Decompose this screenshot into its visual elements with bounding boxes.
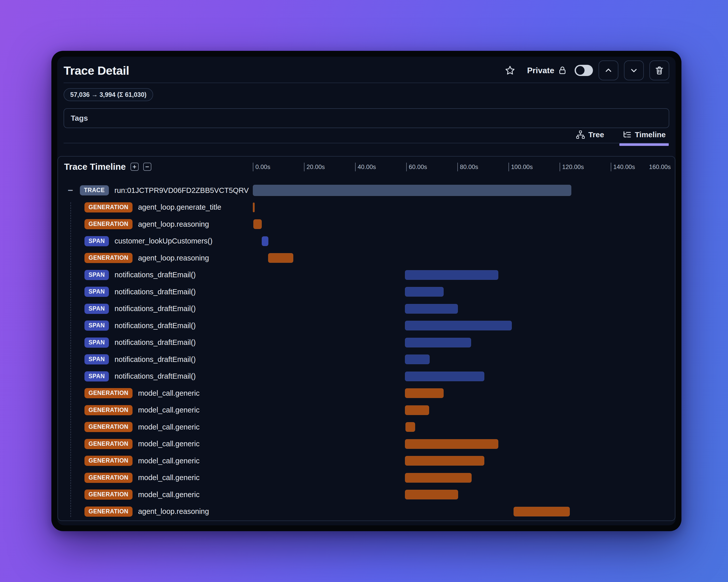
timeline-row[interactable]: SPANnotifications_draftEmail() <box>58 267 675 284</box>
privacy-toggle[interactable] <box>575 65 593 76</box>
row-name: notifications_draftEmail() <box>114 372 196 381</box>
row-name: notifications_draftEmail() <box>114 288 196 296</box>
duration-bar[interactable] <box>405 371 484 381</box>
duration-bar[interactable] <box>268 253 293 263</box>
timeline-row[interactable]: SPANnotifications_draftEmail() <box>58 300 675 317</box>
favorite-star-button[interactable] <box>505 65 515 76</box>
row-type-badge: GENERATION <box>84 202 132 213</box>
row-name: agent_loop.reasoning <box>138 507 209 516</box>
axis-tick <box>355 163 356 171</box>
axis-tick-label: 100.00s <box>511 163 532 170</box>
duration-bar[interactable] <box>405 338 471 348</box>
duration-bar[interactable] <box>405 456 484 466</box>
tree-icon <box>576 130 585 139</box>
timeline-row[interactable]: GENERATIONagent_loop.generate_title <box>58 199 675 216</box>
header-divider <box>63 83 669 83</box>
row-name: model_call.generic <box>138 389 200 397</box>
row-type-badge: GENERATION <box>84 422 132 432</box>
row-type-badge: GENERATION <box>84 439 132 449</box>
duration-bar[interactable] <box>253 185 571 196</box>
next-trace-button[interactable] <box>624 60 644 80</box>
axis-tick-label: 20.00s <box>307 163 325 170</box>
timeline-row[interactable]: GENERATIONmodel_call.generic <box>58 402 675 419</box>
tab-tree[interactable]: Tree <box>574 129 606 140</box>
axis-end-label: 160.00s <box>649 163 671 170</box>
row-type-badge: GENERATION <box>84 253 132 263</box>
tab-timeline-label: Timeline <box>635 130 666 139</box>
timeline-row[interactable]: GENERATIONmodel_call.generic <box>58 452 675 469</box>
timeline-row[interactable]: SPANcustomer_lookUpCustomers() <box>58 233 675 250</box>
row-type-badge: SPAN <box>84 354 109 364</box>
previous-trace-button[interactable] <box>599 60 618 80</box>
timeline-row[interactable]: GENERATIONmodel_call.generic <box>58 486 675 503</box>
timeline-row[interactable]: SPANnotifications_draftEmail() <box>58 351 675 368</box>
duration-bar[interactable] <box>405 270 498 280</box>
row-name: run:01JCTPR9VD06FD2ZBB5VCT5QRV <box>114 186 249 195</box>
privacy-control: Private <box>527 66 567 75</box>
duration-bar[interactable] <box>406 422 415 432</box>
row-type-badge: GENERATION <box>84 490 132 500</box>
header-controls: Private <box>505 60 669 80</box>
timeline-row[interactable]: GENERATIONmodel_call.generic <box>58 436 675 453</box>
row-name: notifications_draftEmail() <box>114 304 196 313</box>
duration-bar[interactable] <box>262 237 268 246</box>
timeline-rows: −TRACErun:01JCTPR9VD06FD2ZBB5VCT5QRVGENE… <box>58 182 675 520</box>
view-tabs: Tree Timeline <box>63 129 669 143</box>
row-name: notifications_draftEmail() <box>114 355 196 364</box>
duration-bar[interactable] <box>253 202 255 212</box>
axis-tick-label: 60.00s <box>409 163 427 170</box>
tab-timeline[interactable]: Timeline <box>620 129 668 140</box>
page-title: Trace Detail <box>63 63 129 78</box>
duration-bar[interactable] <box>405 321 512 330</box>
row-type-badge: SPAN <box>84 270 109 280</box>
tags-box[interactable]: Tags <box>63 108 669 128</box>
row-name: agent_loop.generate_title <box>138 203 221 212</box>
row-name: notifications_draftEmail() <box>114 271 196 279</box>
row-name: agent_loop.reasoning <box>138 254 209 262</box>
duration-bar[interactable] <box>405 388 444 398</box>
duration-bar[interactable] <box>405 473 472 482</box>
timeline-row[interactable]: SPANnotifications_draftEmail() <box>58 317 675 334</box>
duration-bar[interactable] <box>514 507 570 517</box>
timeline-row[interactable]: GENERATIONmodel_call.generic <box>58 385 675 402</box>
duration-bar[interactable] <box>405 490 458 499</box>
row-type-badge: GENERATION <box>84 506 132 517</box>
duration-bar[interactable] <box>405 287 444 297</box>
duration-bar[interactable] <box>405 304 458 314</box>
trace-detail-panel: Trace Detail Private <box>57 57 676 525</box>
collapse-trace-icon[interactable]: − <box>68 186 73 195</box>
axis-tick <box>253 163 253 171</box>
token-usage-row: 57,036 → 3,994 (Σ 61,030) <box>63 88 669 101</box>
duration-bar[interactable] <box>405 439 498 449</box>
timeline-row[interactable]: SPANnotifications_draftEmail() <box>58 368 675 385</box>
axis-tick <box>457 163 458 171</box>
row-type-badge: GENERATION <box>84 405 132 415</box>
timeline-row[interactable]: SPANnotifications_draftEmail() <box>58 334 675 351</box>
axis-tick <box>560 163 560 171</box>
axis-tick <box>611 163 611 171</box>
chevron-up-icon <box>604 66 613 75</box>
axis-tick-label: 120.00s <box>562 163 584 170</box>
chevron-down-icon <box>629 66 639 75</box>
timeline-row[interactable]: GENERATIONmodel_call.generic <box>58 469 675 487</box>
row-name: model_call.generic <box>138 491 200 499</box>
row-name: model_call.generic <box>138 457 200 465</box>
list-tree-icon <box>622 130 631 139</box>
star-icon <box>505 65 515 76</box>
duration-bar[interactable] <box>253 219 262 229</box>
row-type-badge: GENERATION <box>84 456 132 466</box>
timeline-row[interactable]: GENERATIONagent_loop.reasoning <box>58 250 675 267</box>
timeline-row[interactable]: GENERATIONmodel_call.generic <box>58 419 675 436</box>
delete-trace-button[interactable] <box>649 60 669 80</box>
timeline-row[interactable]: SPANnotifications_draftEmail() <box>58 283 675 300</box>
privacy-label: Private <box>527 66 554 75</box>
timeline-row[interactable]: −TRACErun:01JCTPR9VD06FD2ZBB5VCT5QRV <box>58 182 675 199</box>
trace-detail-window: Trace Detail Private <box>51 51 681 531</box>
axis-tick <box>509 163 509 171</box>
axis-tick-label: 140.00s <box>613 163 635 170</box>
duration-bar[interactable] <box>405 355 430 364</box>
duration-bar[interactable] <box>405 405 429 415</box>
timeline-row[interactable]: GENERATIONagent_loop.reasoning <box>58 216 675 233</box>
trace-timeline-card: Trace Timeline + − 160.00s 0.00s20.00s40… <box>57 156 675 521</box>
timeline-row[interactable]: GENERATIONagent_loop.reasoning <box>58 503 675 520</box>
